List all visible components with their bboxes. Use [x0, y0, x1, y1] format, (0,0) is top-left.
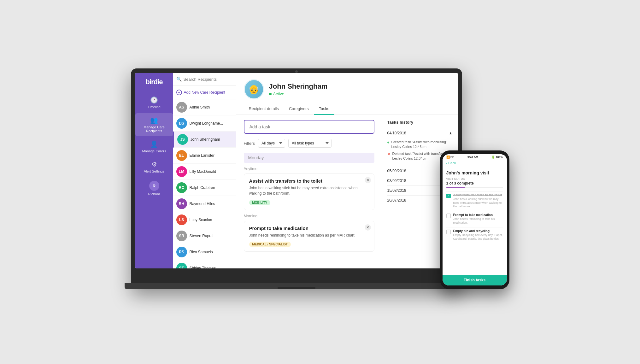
recipient-name: Elaine Lanister — [190, 153, 214, 158]
phone-divider — [446, 191, 503, 191]
search-box: 🔍 — [173, 73, 236, 86]
phone-content: John's morning visit Visit status 1 of 3… — [443, 167, 507, 275]
history-date-row-1[interactable]: 04/10/2018 ▲ — [387, 128, 453, 138]
task-card-medication: ✕ Prompt to take medication John needs r… — [244, 221, 374, 252]
sidebar-item-alert-settings[interactable]: ⚙ Alert Settings — [135, 157, 173, 176]
recipient-name: Shirley Thomas... — [190, 266, 219, 268]
app-logo: birdie — [146, 78, 163, 86]
recipient-item[interactable]: LS Lucy Scanlon — [173, 212, 236, 228]
task-close-button-2[interactable]: ✕ — [365, 224, 371, 231]
recipient-item[interactable]: SR Steven Ruprai — [173, 228, 236, 244]
recipient-name: Lilly MacDonald — [190, 169, 216, 174]
recipient-avatar: SR — [176, 231, 187, 241]
history-title: Tasks history — [387, 120, 453, 125]
carers-icon: 👤 — [150, 140, 158, 148]
patient-header: 👴 John Sheringham Active — [236, 73, 458, 99]
event-text: Created task "Assist with mobilising" Le… — [391, 140, 453, 150]
history-date: 03/09/2018 — [387, 179, 406, 183]
task-card-desc-2: John needs reminding to take his medicat… — [249, 233, 369, 238]
phone-checkbox-2[interactable] — [446, 214, 451, 218]
recipient-avatar: ST — [176, 263, 187, 268]
filter-types-select[interactable]: All task types Mobility Medical/Speciali… — [288, 139, 332, 148]
recipient-avatar: EL — [176, 150, 187, 161]
recipient-name: John Sheringham — [191, 137, 220, 142]
chevron-up-icon: ▲ — [449, 131, 453, 135]
recipient-item[interactable]: RC Ralph Crabtree — [173, 180, 236, 196]
recipient-name: Ralph Crabtree — [190, 185, 215, 190]
phone-task-desc-2: John needs reminding to take his medicat… — [453, 217, 503, 225]
add-recipient-button[interactable]: + Add New Care Recipient — [173, 86, 236, 99]
status-badge: Active — [269, 91, 328, 96]
task-card-title-2: Prompt to take medication — [249, 226, 369, 231]
recipient-avatar: DS — [176, 118, 187, 129]
phone-checkbox-3[interactable] — [446, 230, 451, 234]
recipient-avatar: JS — [177, 134, 188, 145]
recipient-name: Dwight Longname... — [190, 121, 223, 126]
patient-avatar: 👴 — [244, 79, 264, 99]
del-event-icon: ✕ — [387, 152, 390, 157]
laptop-notch — [295, 70, 298, 73]
tab-caregivers[interactable]: Caregivers — [284, 103, 314, 115]
phone: 📶 EE 9:41 AM 🔋 100% ‹ Back John's mornin… — [440, 150, 509, 289]
add-task-input[interactable] — [244, 120, 374, 134]
laptop-base — [125, 283, 468, 289]
recipient-name: Raymond Hiles — [190, 202, 215, 206]
finish-tasks-button[interactable]: Finish tasks — [443, 275, 507, 285]
recipient-item[interactable]: RH Raymond Hiles — [173, 196, 236, 212]
recipient-item[interactable]: EL Elaine Lanister — [173, 148, 236, 164]
recipient-item[interactable]: JS John Sheringham — [173, 132, 236, 148]
phone-checkbox-1[interactable] — [446, 194, 451, 198]
filters-label: Filters — [244, 141, 255, 146]
filter-days-select[interactable]: All days Monday Tuesday — [258, 139, 285, 148]
phone-task-item-3: Empty bin and recycling Empty Recycling … — [446, 229, 503, 241]
user-avatar: R — [149, 181, 159, 191]
phone-divider-2 — [446, 211, 503, 211]
patient-name: John Sheringham — [269, 82, 328, 91]
task-area: Filters All days Monday Tuesday All task… — [236, 115, 458, 268]
sidebar: birdie 🕐 Timeline 👥 Manage Care Recipien… — [135, 73, 173, 268]
sidebar-item-manage-care-recipients[interactable]: 👥 Manage Care Recipients — [135, 113, 173, 136]
back-button[interactable]: ‹ Back — [446, 161, 456, 165]
recipient-item[interactable]: DS Dwight Longname... — [173, 115, 236, 132]
phone-screen: 📶 EE 9:41 AM 🔋 100% ‹ Back John's mornin… — [443, 154, 507, 285]
recipient-avatar: LS — [176, 214, 187, 225]
sidebar-item-label: Richard — [148, 192, 160, 196]
care-recipients-icon: 👥 — [150, 116, 158, 124]
phone-nav: ‹ Back — [443, 160, 507, 167]
recipient-item[interactable]: RS Rica Samuels — [173, 244, 236, 260]
recipients-container: AS Annie Smith DS Dwight Longname... JS … — [173, 99, 236, 268]
main-content: 👴 John Sheringham Active Recipient detai… — [236, 73, 458, 268]
timeline-icon: 🕐 — [150, 96, 158, 104]
history-date: 04/10/2018 — [387, 131, 406, 135]
filters-row: Filters All days Monday Tuesday All task… — [244, 139, 374, 148]
recipient-name: Lucy Scanlon — [190, 218, 212, 222]
tab-recipient-details[interactable]: Recipient details — [244, 103, 284, 115]
phone-task-text-3: Empty bin and recycling Empty Recycling … — [453, 229, 503, 241]
recipient-avatar: RC — [176, 182, 187, 193]
phone-task-text-2: Prompt to take medication John needs rem… — [453, 213, 503, 225]
alert-settings-icon: ⚙ — [151, 161, 157, 168]
recipient-item[interactable]: LM Lilly MacDonald — [173, 164, 236, 180]
tab-tasks[interactable]: Tasks — [314, 103, 334, 115]
recipient-item[interactable]: AS Annie Smith — [173, 99, 236, 115]
time-label-morning: Morning — [244, 214, 374, 218]
status-label: Active — [273, 91, 284, 96]
sidebar-item-manage-carers[interactable]: 👤 Manage Carers — [135, 137, 173, 156]
add-recipient-label: Add New Care Recipient — [184, 90, 225, 95]
sidebar-item-timeline[interactable]: 🕐 Timeline — [135, 93, 173, 112]
phone-task-title-1: Assist with transfers to the toilet — [453, 193, 503, 197]
phone-task-desc-3: Empty Recycling box every day- Paper, Ca… — [453, 233, 503, 241]
recipient-item[interactable]: ST Shirley Thomas... — [173, 260, 236, 268]
phone-task-title-2: Prompt to take medication — [453, 213, 503, 217]
search-input[interactable] — [184, 77, 233, 82]
recipient-avatar: LM — [176, 166, 187, 177]
progress-bar-fill — [446, 187, 465, 188]
sidebar-item-label: Manage Carers — [142, 149, 166, 153]
phone-task-title-3: Empty bin and recycling — [453, 229, 503, 233]
task-close-button[interactable]: ✕ — [365, 177, 371, 183]
sidebar-item-label: Manage Care Recipients — [138, 125, 171, 133]
recipient-avatar: RS — [176, 247, 187, 257]
progress-bar-background — [446, 187, 503, 188]
sidebar-item-richard[interactable]: R Richard — [135, 178, 173, 199]
search-icon: 🔍 — [176, 77, 182, 82]
